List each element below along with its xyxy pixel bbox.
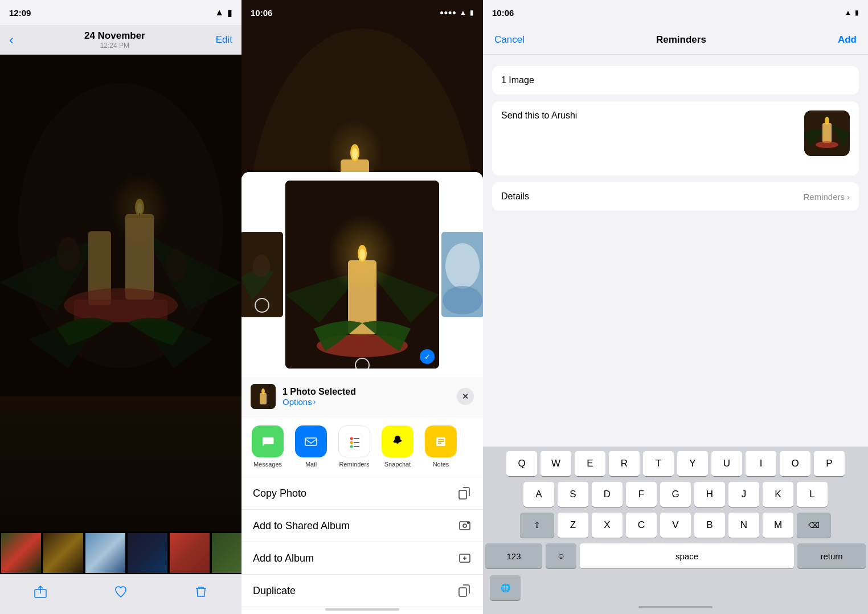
back-button[interactable]: ‹ [9, 32, 14, 48]
share-button[interactable] [34, 585, 47, 599]
reminders-app-icon [338, 425, 370, 457]
svg-point-53 [463, 524, 466, 527]
select-indicator-left[interactable] [255, 298, 269, 313]
add-shared-album-icon [458, 519, 472, 533]
cancel-button[interactable]: Cancel [494, 34, 525, 46]
edit-button[interactable]: Edit [216, 34, 232, 46]
emoji-key[interactable]: ☺ [546, 543, 576, 568]
battery-icon-reminders: ▮ [855, 9, 859, 17]
numbers-key[interactable]: 123 [485, 543, 542, 568]
status-bar-reminders: 10:06 ▲ ▮ [483, 0, 868, 25]
share-mini-svg [251, 384, 276, 409]
key-v[interactable]: V [660, 513, 691, 538]
photo-thumb-left[interactable] [241, 232, 283, 317]
share-thumb-mini [251, 384, 276, 409]
key-t[interactable]: T [643, 451, 674, 476]
return-key[interactable]: return [797, 543, 866, 568]
svg-rect-38 [346, 433, 363, 450]
app-item-messages[interactable]: Messages [251, 425, 285, 468]
key-p[interactable]: P [814, 451, 845, 476]
svg-point-27 [328, 215, 396, 294]
key-e[interactable]: E [575, 451, 605, 476]
favorite-button[interactable] [114, 585, 128, 599]
key-w[interactable]: W [541, 451, 571, 476]
key-q[interactable]: Q [506, 451, 537, 476]
key-u[interactable]: U [711, 451, 742, 476]
image-count-card: 1 Image [492, 66, 859, 95]
key-a[interactable]: A [523, 482, 554, 507]
messages-label: Messages [253, 461, 282, 468]
share-title-block: 1 Photo Selected Options › [282, 387, 356, 407]
add-to-album-icon [458, 551, 472, 565]
list-item[interactable] [170, 533, 210, 573]
key-h[interactable]: H [694, 482, 725, 507]
details-value-row: Reminders › [803, 192, 850, 202]
backspace-key[interactable]: ⌫ [797, 513, 831, 538]
share-sheet: ✓ [241, 172, 483, 614]
add-shared-album-item[interactable]: Add to Shared Album [241, 510, 483, 542]
key-m[interactable]: M [763, 513, 793, 538]
app-item-snapchat[interactable]: Snapchat [380, 425, 415, 468]
key-i[interactable]: I [746, 451, 776, 476]
photo-right-svg [441, 232, 483, 317]
globe-key[interactable]: 🌐 [490, 575, 521, 600]
details-chevron-icon: › [847, 192, 850, 202]
svg-point-30 [445, 243, 480, 289]
select-indicator-main[interactable]: ✓ [420, 349, 435, 364]
list-item[interactable] [212, 533, 241, 573]
key-f[interactable]: F [626, 482, 657, 507]
svg-point-39 [350, 437, 353, 440]
key-j[interactable]: J [728, 482, 759, 507]
key-o[interactable]: O [780, 451, 810, 476]
app-item-mail[interactable]: Mail [294, 425, 328, 468]
app-item-reminders[interactable]: Reminders [337, 425, 371, 468]
messages-app-icon [252, 425, 284, 457]
photo-thumb-right[interactable] [441, 232, 483, 317]
dark-overlay [0, 55, 241, 531]
add-to-album-item[interactable]: Add to Album [241, 542, 483, 575]
duplicate-item[interactable]: Duplicate [241, 575, 483, 607]
panel-share: 10:06 ●●●● ▲ ▮ [241, 0, 483, 614]
list-item[interactable] [43, 533, 83, 573]
main-photo [0, 55, 241, 531]
copy-photo-item[interactable]: Copy Photo [241, 477, 483, 510]
keyboard-row-1: Q W E R T Y U I O P [485, 451, 866, 476]
share-close-button[interactable]: ✕ [457, 388, 474, 405]
status-bar-share: 10:06 ●●●● ▲ ▮ [241, 0, 483, 25]
photo-strip [0, 531, 241, 574]
key-x[interactable]: X [592, 513, 623, 538]
details-label: Details [501, 191, 529, 202]
key-l[interactable]: L [797, 482, 828, 507]
delete-button[interactable] [194, 585, 208, 599]
notes-app-icon [425, 425, 457, 457]
key-r[interactable]: R [609, 451, 640, 476]
space-key[interactable]: space [580, 543, 794, 568]
key-k[interactable]: K [763, 482, 793, 507]
key-d[interactable]: D [592, 482, 623, 507]
reminders-nav: Cancel Reminders Add [483, 25, 868, 55]
share-header: 1 Photo Selected Options › ✕ [241, 377, 483, 416]
add-button[interactable]: Add [838, 34, 857, 46]
list-item[interactable] [1, 533, 41, 573]
key-c[interactable]: C [626, 513, 657, 538]
photo-thumb-main[interactable]: ✓ [285, 181, 439, 369]
key-s[interactable]: S [558, 482, 588, 507]
battery-icon-1: ▮ [227, 7, 232, 18]
snapchat-app-icon [382, 425, 413, 457]
list-item[interactable] [85, 533, 125, 573]
app-item-notes[interactable]: Notes [424, 425, 458, 468]
key-n[interactable]: N [728, 513, 759, 538]
key-z[interactable]: Z [558, 513, 588, 538]
share-options-button[interactable]: Options [282, 397, 312, 407]
details-card[interactable]: Details Reminders › [492, 182, 859, 211]
mail-app-icon [295, 425, 327, 457]
shift-key[interactable]: ⇧ [520, 513, 554, 538]
keyboard: Q W E R T Y U I O P A S D F G H J K L ⇧ … [483, 447, 868, 614]
list-item[interactable] [128, 533, 167, 573]
note-card[interactable]: Send this to Arushi [492, 101, 859, 175]
nav-date: 24 November [84, 30, 145, 42]
key-y[interactable]: Y [677, 451, 708, 476]
key-b[interactable]: B [694, 513, 725, 538]
key-g[interactable]: G [660, 482, 691, 507]
status-time-1: 12:09 [9, 8, 31, 18]
